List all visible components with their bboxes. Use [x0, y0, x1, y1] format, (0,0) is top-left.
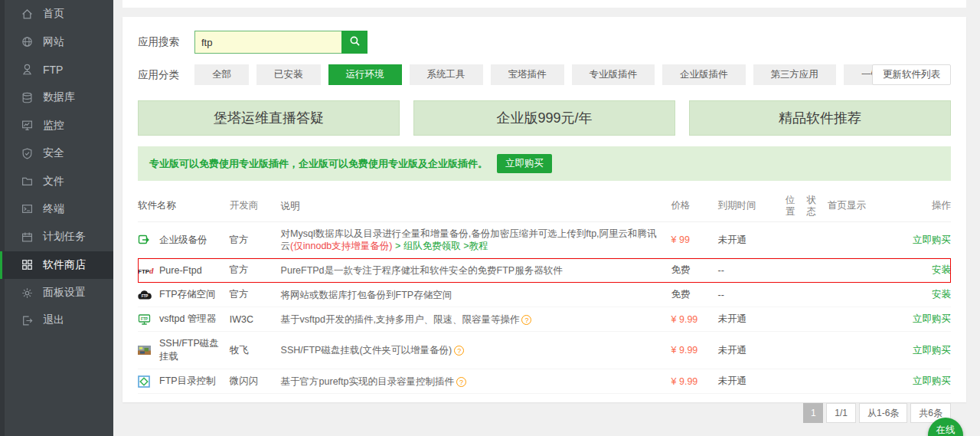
sidebar-item-site[interactable]: 网站: [0, 28, 113, 55]
software-name: SSH/FTP磁盘挂载: [159, 337, 224, 363]
search-input[interactable]: [194, 31, 341, 54]
sidebar: 首页 网站 FTP 数据库 监控 安全 文件 终端 计划任务 软件商店 面板设置…: [0, 0, 113, 436]
table-row: FTPd Pure-Ftpd 官方 PureFTPd是一款专注于程序健壮和软件安…: [138, 258, 951, 283]
sidebar-item-logout[interactable]: 退出: [0, 307, 113, 334]
expire-time: --: [717, 265, 785, 276]
logout-icon: [21, 315, 33, 326]
svg-text:FTP: FTP: [141, 316, 149, 320]
software-name: FTP存储空间: [159, 288, 216, 301]
row-action-link[interactable]: 安装: [932, 264, 951, 275]
app-category-row: 应用分类 全部已安装运行环境系统工具宝塔插件专业版插件企业版插件第三方应用一键部…: [138, 64, 951, 85]
online-support-label: 在线: [936, 424, 956, 436]
row-action-link[interactable]: 立即购买: [913, 313, 951, 324]
category-tab[interactable]: 第三方应用: [753, 64, 837, 85]
software-name: vsftpd 管理器: [159, 313, 216, 326]
home-icon: [21, 8, 33, 20]
price: 免费: [671, 288, 718, 301]
terminal-icon: [21, 203, 33, 215]
svg-text:FTP: FTP: [142, 294, 149, 298]
row-action-link[interactable]: 安装: [932, 289, 951, 300]
category-tab[interactable]: 全部: [194, 64, 249, 85]
dir-app-icon: [138, 375, 153, 388]
help-icon[interactable]: ?: [521, 315, 531, 325]
page-indicator[interactable]: 1/1: [826, 403, 856, 423]
search-box: [194, 31, 368, 54]
page-number-current[interactable]: 1: [803, 403, 823, 423]
description: 基于vsftpd开发的插件,支持多用户、限速、限容量等操作?: [281, 313, 671, 326]
update-software-list-button[interactable]: 更新软件列表: [872, 64, 951, 85]
table-row: SSH/FTP磁盘挂载 牧飞 SSH/FTP磁盘挂载(文件夹可以增量备份)? ¥…: [138, 332, 951, 369]
sidebar-item-files[interactable]: 文件: [0, 167, 113, 195]
cloud-app-icon: FTP: [138, 290, 153, 300]
expire-time: 未开通: [717, 375, 785, 388]
sidebar-item-security[interactable]: 安全: [0, 139, 113, 167]
description: 对Mysql数据库以及目录进行全量和增量备份,备份加密压缩并可选上传到ftp,阿…: [281, 228, 671, 252]
category-tab[interactable]: 运行环境: [328, 64, 402, 85]
header-software-name: 软件名称: [138, 199, 230, 212]
shield-icon: [21, 148, 33, 159]
table-row: FTP FTP存储空间 官方 将网站或数据库打包备份到FTP存储空间 免费 --…: [138, 283, 951, 307]
notice-text: 专业版可以免费使用专业版插件，企业版可以免费使用专业版及企业版插件。: [149, 157, 488, 171]
monitor-icon: [21, 120, 33, 131]
folder-icon: [21, 175, 33, 187]
category-tab[interactable]: 已安装: [256, 64, 321, 85]
price: ¥ 9.99: [671, 376, 718, 387]
disk-app-icon: [138, 346, 153, 355]
software-name: FTP目录控制: [159, 375, 216, 388]
category-tab[interactable]: 系统工具: [410, 64, 483, 85]
description: PureFTPd是一款专注于程序健壮和软件安全的免费FTP服务器软件: [281, 264, 671, 277]
search-button[interactable]: [341, 31, 368, 54]
search-icon: [349, 35, 361, 49]
sidebar-item-settings[interactable]: 面板设置: [0, 279, 113, 307]
backup-app-icon: [138, 234, 153, 246]
sidebar-item-home[interactable]: 首页: [0, 0, 113, 28]
sidebar-item-monitor[interactable]: 监控: [0, 112, 113, 139]
software-table: 软件名称 开发商 说明 价格 到期时间 位置 状态 首页显示 操作 企业级备份 …: [138, 190, 951, 394]
help-icon[interactable]: ?: [456, 377, 466, 387]
table-row: 企业级备份 官方 对Mysql数据库以及目录进行全量和增量备份,备份加密压缩并可…: [138, 222, 951, 258]
promo-banner[interactable]: 堡塔运维直播答疑: [138, 100, 400, 136]
description: SSH/FTP磁盘挂载(文件夹可以增量备份)?: [281, 344, 671, 356]
expire-time: 未开通: [717, 234, 785, 247]
sidebar-item-ftp[interactable]: FTP: [0, 56, 113, 84]
developer: 官方: [230, 288, 281, 301]
header-expire-time: 到期时间: [717, 199, 785, 212]
vsftpd-app-icon: FTP: [138, 313, 153, 326]
header-description: 说明: [281, 200, 671, 212]
sidebar-item-terminal[interactable]: 终端: [0, 195, 113, 223]
software-name: 企业级备份: [159, 234, 207, 247]
header-developer: 开发商: [230, 199, 281, 212]
developer: 官方: [230, 264, 281, 277]
header-home-display: 首页显示: [828, 199, 888, 212]
promo-banner[interactable]: 企业版999元/年: [413, 100, 675, 136]
description-link[interactable]: >教程: [461, 241, 488, 251]
grid-icon: [21, 259, 33, 270]
row-action-link[interactable]: 立即购买: [913, 345, 951, 356]
category-tab[interactable]: 宝塔插件: [491, 64, 564, 85]
row-action-link[interactable]: 立即购买: [913, 234, 951, 245]
previous-card-bottom-strip: [122, 0, 966, 8]
software-store-panel: 应用搜索 应用分类 全部已安装运行环境系统工具宝塔插件专业版插件企业版插件第三方…: [122, 17, 966, 402]
table-row: FTP vsftpd 管理器 IW3C 基于vsftpd开发的插件,支持多用户、…: [138, 307, 951, 332]
price: ¥ 9.99: [671, 314, 718, 325]
developer: 微闪闪: [230, 375, 281, 388]
sidebar-item-appstore[interactable]: 软件商店: [0, 251, 113, 279]
ftp-transfer-icon: [21, 64, 33, 75]
app-search-label: 应用搜索: [138, 35, 187, 49]
header-position: 位置: [786, 195, 807, 218]
sidebar-item-database[interactable]: 数据库: [0, 84, 113, 111]
description-link[interactable]: > 组队免费领取: [392, 241, 460, 251]
header-action: 操作: [888, 199, 951, 212]
row-action-link[interactable]: 立即购买: [913, 375, 951, 386]
promo-banner[interactable]: 精品软件推荐: [689, 100, 951, 136]
category-tab[interactable]: 专业版插件: [572, 64, 655, 85]
calendar-icon: [21, 231, 33, 243]
developer: 官方: [230, 234, 281, 247]
app-search-row: 应用搜索: [138, 31, 951, 54]
page-range: 从1-6条: [859, 403, 907, 423]
sidebar-item-cron[interactable]: 计划任务: [0, 223, 113, 251]
category-tab[interactable]: 企业版插件: [662, 64, 746, 85]
help-icon[interactable]: ?: [454, 346, 464, 356]
buy-now-button[interactable]: 立即购买: [497, 154, 552, 173]
header-price: 价格: [671, 199, 718, 212]
